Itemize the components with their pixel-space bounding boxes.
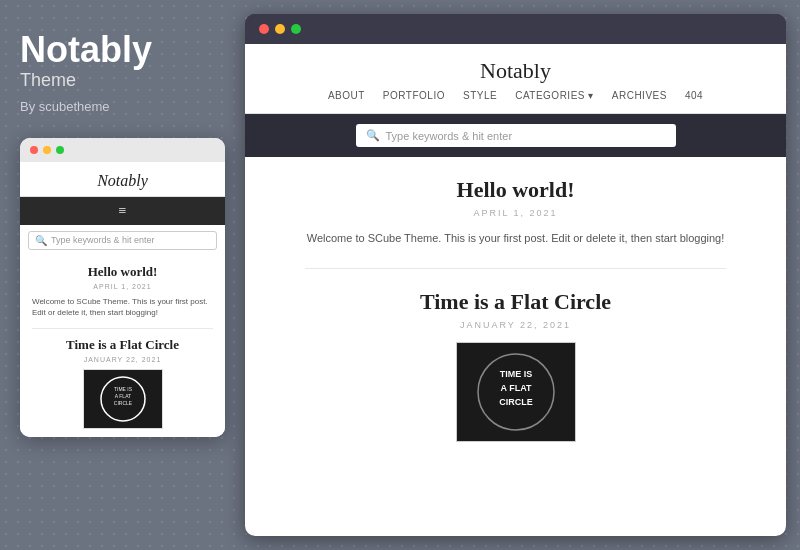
svg-text:A FLAT: A FLAT: [114, 393, 130, 399]
mobile-divider: [32, 328, 213, 329]
svg-text:TIME IS: TIME IS: [499, 369, 532, 379]
svg-text:TIME IS: TIME IS: [113, 386, 132, 392]
desktop-post-1-date: APRIL 1, 2021: [305, 208, 726, 218]
mobile-dot-yellow: [43, 146, 51, 154]
nav-404[interactable]: 404: [685, 90, 703, 101]
desktop-dot-yellow: [275, 24, 285, 34]
desktop-thumb-svg: TIME IS A FLAT CIRCLE: [461, 347, 571, 437]
desktop-dot-green: [291, 24, 301, 34]
desktop-thumbnail: TIME IS A FLAT CIRCLE: [456, 342, 576, 442]
search-icon: 🔍: [35, 235, 47, 246]
desktop-search-placeholder: Type keywords & hit enter: [386, 130, 513, 142]
desktop-post-2: Time is a Flat Circle JANUARY 22, 2021 T…: [305, 289, 726, 442]
desktop-separator: [305, 268, 726, 269]
svg-text:CIRCLE: CIRCLE: [499, 397, 533, 407]
nav-style[interactable]: STYLE: [463, 90, 497, 101]
svg-point-0: [101, 377, 145, 421]
nav-about[interactable]: ABOUT: [328, 90, 365, 101]
mobile-dot-green: [56, 146, 64, 154]
right-panel: Notably ABOUT PORTFOLIO STYLE CATEGORIES…: [245, 0, 800, 550]
desktop-posts: Hello world! APRIL 1, 2021 Welcome to SC…: [245, 157, 786, 482]
desktop-thumbnail-wrap: TIME IS A FLAT CIRCLE: [305, 342, 726, 442]
theme-title: Notably: [20, 30, 225, 70]
mobile-dot-red: [30, 146, 38, 154]
mobile-blog-title: Notably: [26, 172, 219, 190]
desktop-post-2-date: JANUARY 22, 2021: [305, 320, 726, 330]
desktop-post-1: Hello world! APRIL 1, 2021 Welcome to SC…: [305, 177, 726, 248]
mobile-post-1-title: Hello world!: [32, 264, 213, 280]
mobile-thumb-inner: TIME IS A FLAT CIRCLE: [84, 370, 162, 428]
desktop-post-2-title: Time is a Flat Circle: [305, 289, 726, 315]
nav-archives[interactable]: ARCHIVES: [612, 90, 667, 101]
theme-author: By scubetheme: [20, 99, 225, 114]
mobile-post-1: Hello world! APRIL 1, 2021 Welcome to SC…: [20, 256, 225, 437]
desktop-post-1-title: Hello world!: [305, 177, 726, 203]
mobile-search-box[interactable]: 🔍 Type keywords & hit enter: [28, 231, 217, 250]
mobile-nav-bar: ≡: [20, 197, 225, 225]
mobile-thumb-svg: TIME IS A FLAT CIRCLE: [93, 375, 153, 423]
theme-subtitle: Theme: [20, 70, 225, 91]
mobile-mockup: Notably ≡ 🔍 Type keywords & hit enter He…: [20, 138, 225, 437]
desktop-site-header: Notably ABOUT PORTFOLIO STYLE CATEGORIES…: [245, 44, 786, 114]
desktop-search-icon: 🔍: [366, 129, 380, 142]
desktop-nav: ABOUT PORTFOLIO STYLE CATEGORIES ▾ ARCHI…: [265, 90, 766, 107]
mobile-thumbnail: TIME IS A FLAT CIRCLE: [83, 369, 163, 429]
desktop-blog-title: Notably: [265, 58, 766, 84]
hamburger-icon[interactable]: ≡: [119, 203, 127, 219]
desktop-post-1-excerpt: Welcome to SCube Theme. This is your fir…: [305, 230, 726, 248]
desktop-titlebar: [245, 14, 786, 44]
mobile-site-header: Notably: [20, 162, 225, 197]
mobile-post-2-date: JANUARY 22, 2021: [32, 356, 213, 363]
desktop-mockup: Notably ABOUT PORTFOLIO STYLE CATEGORIES…: [245, 14, 786, 536]
mobile-post-1-excerpt: Welcome to SCube Theme. This is your fir…: [32, 296, 213, 318]
mobile-search-placeholder: Type keywords & hit enter: [51, 235, 155, 245]
nav-categories[interactable]: CATEGORIES ▾: [515, 90, 594, 101]
desktop-search-section: 🔍 Type keywords & hit enter: [245, 114, 786, 157]
mobile-post-1-date: APRIL 1, 2021: [32, 283, 213, 290]
mobile-titlebar: [20, 138, 225, 162]
svg-text:CIRCLE: CIRCLE: [113, 400, 132, 406]
mobile-post-2-title: Time is a Flat Circle: [32, 337, 213, 353]
svg-text:A FLAT: A FLAT: [500, 383, 531, 393]
desktop-dot-red: [259, 24, 269, 34]
desktop-browser-content: Notably ABOUT PORTFOLIO STYLE CATEGORIES…: [245, 44, 786, 536]
desktop-search-wrap[interactable]: 🔍 Type keywords & hit enter: [356, 124, 676, 147]
left-panel: Notably Theme By scubetheme Notably ≡ 🔍 …: [0, 0, 245, 550]
nav-portfolio[interactable]: PORTFOLIO: [383, 90, 445, 101]
mobile-search-area: 🔍 Type keywords & hit enter: [20, 225, 225, 256]
